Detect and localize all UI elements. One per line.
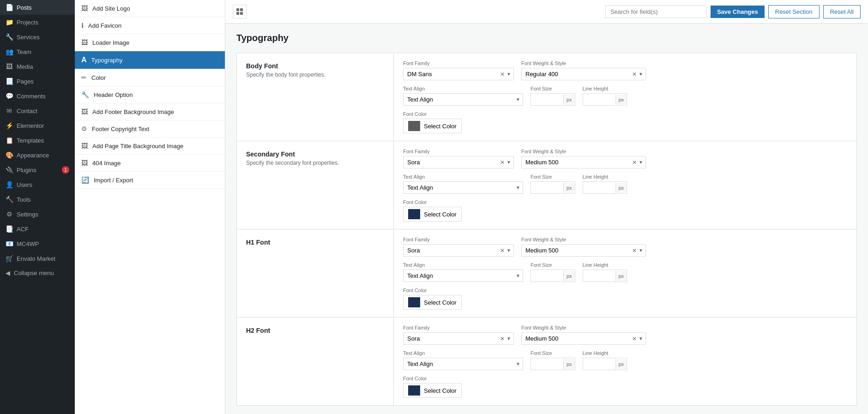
body-align-field: Text Align Text Align ▼ [403, 86, 523, 106]
h2-font-section: H2 Font Font Family Sora ✕ ▼ [237, 318, 856, 405]
search-input[interactable] [605, 6, 707, 18]
secondary-family-clear[interactable]: ✕ [500, 159, 505, 166]
h2-font-controls: Font Family Sora ✕ ▼ Font Weight & Style [394, 318, 856, 405]
tp-footer-bg[interactable]: 🖼 Add Footer Background Image [75, 103, 225, 120]
h1-size-input[interactable]: 90 [531, 270, 563, 282]
secondary-color-button[interactable]: Select Color [403, 207, 462, 222]
tp-color[interactable]: ✏ Color [75, 69, 225, 86]
sidebar-item-team[interactable]: 👥 Team [0, 44, 75, 59]
h1-family-select[interactable]: Sora [403, 244, 514, 257]
h1-lineheight-input[interactable]: 100 [583, 270, 615, 282]
typography-icon: A [81, 56, 87, 64]
secondary-family-select[interactable]: Sora [403, 156, 514, 168]
sidebar-item-settings[interactable]: ⚙ Settings [0, 207, 75, 222]
body-lineheight-input[interactable]: 26 [583, 94, 615, 105]
sidebar-item-pages[interactable]: 📃 Pages [0, 74, 75, 89]
body-family-label: Font Family [403, 60, 514, 66]
tp-header-option[interactable]: 🔧 Header Option [75, 86, 225, 103]
h1-weight-select[interactable]: Medium 500 [521, 244, 646, 257]
reset-section-button[interactable]: Reset Section [768, 5, 820, 18]
h1-color-button[interactable]: Select Color [403, 295, 462, 310]
secondary-align-select[interactable]: Text Align [403, 181, 523, 194]
h2-align-field: Text Align Text Align ▼ [403, 350, 523, 370]
sidebar-item-acf[interactable]: 📑 ACF [0, 222, 75, 236]
plugins-icon: 🔌 [6, 166, 13, 174]
h2-family-clear[interactable]: ✕ [500, 336, 505, 342]
secondary-align-label: Text Align [403, 174, 523, 180]
reset-all-button[interactable]: Reset All [823, 5, 861, 18]
collapse-menu[interactable]: ◀ Collapse menu [0, 266, 75, 280]
sidebar-item-media[interactable]: 🖼 Media [0, 59, 75, 74]
secondary-size-input[interactable]: 52 [531, 182, 563, 193]
h1-color-row: Font Color Select Color [403, 288, 847, 310]
secondary-size-field: Font Size 52 px [530, 174, 575, 194]
h1-size-field: Font Size 90 px [530, 262, 575, 282]
h1-size-label: Font Size [530, 262, 575, 268]
h1-lineheight-unit: px [615, 271, 627, 281]
body-color-button[interactable]: Select Color [403, 119, 462, 133]
sidebar-item-envato[interactable]: 🛒 Envato Market [0, 251, 75, 266]
sidebar-item-users[interactable]: 👤 Users [0, 177, 75, 192]
body-font-section: Body Font Specify the body font properti… [237, 53, 856, 141]
h2-lineheight-input[interactable]: 58 [583, 358, 615, 370]
h2-color-button[interactable]: Select Color [403, 383, 462, 398]
body-weight-clear[interactable]: ✕ [632, 71, 637, 78]
color-icon: ✏ [81, 74, 87, 81]
body-align-wrapper: Text Align ▼ [403, 93, 523, 106]
h1-lineheight-wrapper: 100 px [583, 270, 627, 282]
body-family-clear[interactable]: ✕ [500, 71, 505, 78]
secondary-font-title: Secondary Font [246, 150, 384, 158]
tp-page-title-bg[interactable]: 🖼 Add Page Title Background Image [75, 138, 225, 155]
sidebar-item-projects[interactable]: 📁 Projects [0, 15, 75, 30]
body-align-select[interactable]: Text Align [403, 93, 523, 106]
svg-rect-0 [236, 8, 239, 11]
h2-weight-field: Font Weight & Style Medium 500 ✕ ▼ [521, 325, 646, 345]
body-font-desc: Specify the body font properties. [246, 72, 384, 78]
svg-rect-2 [236, 12, 239, 15]
sidebar-item-comments[interactable]: 💬 Comments [0, 89, 75, 103]
secondary-align-wrapper: Text Align ▼ [403, 181, 523, 194]
tp-footer-copyright[interactable]: ⚙ Footer Copyright Text [75, 120, 225, 138]
h1-weight-clear[interactable]: ✕ [632, 247, 637, 254]
body-size-wrapper: 17 px [530, 93, 575, 106]
tp-typography[interactable]: A Typography [75, 51, 225, 69]
h2-family-label: Font Family [403, 325, 514, 330]
secondary-weight-clear[interactable]: ✕ [632, 159, 637, 166]
tp-add-site-logo[interactable]: 🖼 Add Site Logo [75, 0, 225, 17]
body-weight-select[interactable]: Regular 400 [521, 68, 646, 80]
h1-color-text: Select Color [424, 299, 457, 306]
h2-weight-select[interactable]: Medium 500 [521, 332, 646, 345]
secondary-weight-select[interactable]: Medium 500 [521, 156, 646, 168]
h2-align-select[interactable]: Text Align [403, 358, 523, 370]
sidebar-item-mc4wp[interactable]: 📧 MC4WP [0, 236, 75, 251]
body-size-input[interactable]: 17 [531, 94, 563, 105]
h1-family-clear[interactable]: ✕ [500, 247, 505, 254]
body-family-select[interactable]: DM Sans [403, 68, 514, 80]
tp-import-export[interactable]: 🔄 Import / Export [75, 172, 225, 189]
tp-404-image[interactable]: 🖼 404 Image [75, 155, 225, 172]
secondary-weight-label: Font Weight & Style [521, 149, 646, 154]
envato-icon: 🛒 [6, 255, 13, 262]
sidebar-item-elementor[interactable]: ⚡ Elementor [0, 118, 75, 133]
sidebar-item-tools[interactable]: 🔨 Tools [0, 192, 75, 207]
h2-size-input[interactable]: 48 [531, 358, 563, 370]
tp-add-favicon[interactable]: ℹ Add Favicon [75, 17, 225, 34]
sidebar-item-plugins[interactable]: 🔌 Plugins 1 [0, 162, 75, 177]
sidebar-item-services[interactable]: 🔧 Services [0, 30, 75, 44]
h2-align-label: Text Align [403, 350, 523, 356]
secondary-lineheight-input[interactable]: 62 [583, 182, 615, 193]
sidebar-item-appearance[interactable]: 🎨 Appearance [0, 148, 75, 162]
body-size-unit: px [563, 95, 575, 105]
sidebar: 📄 Posts 📁 Projects 🔧 Services 👥 Team 🖼 M… [0, 0, 75, 414]
h2-weight-clear[interactable]: ✕ [632, 336, 637, 342]
tp-loader-image[interactable]: 🖼 Loader Image [75, 34, 225, 51]
secondary-font-row2: Text Align Text Align ▼ Font Size [403, 174, 847, 194]
sidebar-item-posts[interactable]: 📄 Posts [0, 0, 75, 15]
sidebar-item-templates[interactable]: 📋 Templates [0, 133, 75, 148]
sidebar-item-contact[interactable]: ✉ Contact [0, 103, 75, 118]
save-button[interactable]: Save Changes [711, 6, 765, 18]
grid-icon-button[interactable] [233, 5, 247, 18]
h1-align-select[interactable]: Text Align [403, 270, 523, 282]
site-logo-icon: 🖼 [81, 5, 88, 12]
h2-family-select[interactable]: Sora [403, 332, 514, 345]
